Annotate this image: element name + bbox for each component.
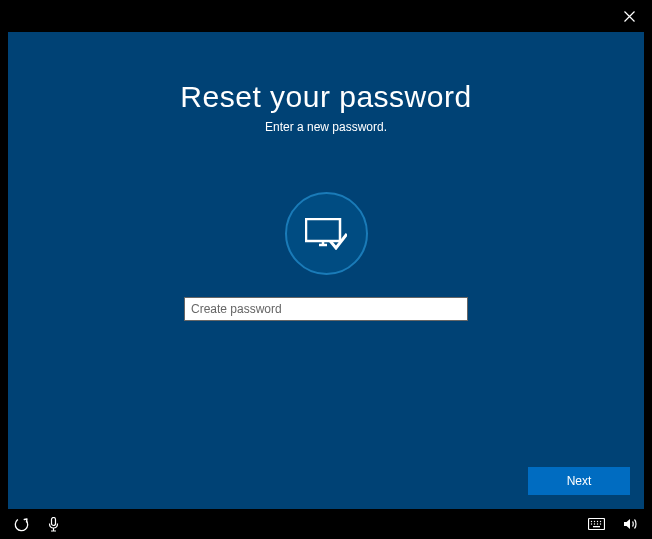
- svg-point-10: [597, 523, 598, 524]
- password-input[interactable]: [184, 297, 468, 321]
- close-icon: [624, 11, 635, 22]
- title-bar: [0, 0, 652, 32]
- page-subtitle: Enter a new password.: [265, 120, 387, 134]
- svg-point-6: [597, 521, 598, 522]
- svg-point-8: [591, 523, 592, 524]
- monitor-check-badge: [285, 192, 368, 275]
- password-field-wrap: [184, 297, 468, 321]
- svg-rect-12: [593, 526, 600, 527]
- svg-rect-2: [52, 517, 56, 525]
- svg-point-7: [600, 521, 601, 522]
- keyboard-icon[interactable]: [588, 518, 605, 530]
- svg-point-5: [594, 521, 595, 522]
- svg-point-4: [591, 521, 592, 522]
- page-title: Reset your password: [180, 80, 471, 114]
- monitor-check-icon: [305, 218, 347, 250]
- svg-point-11: [600, 523, 601, 524]
- taskbar-right: [588, 517, 638, 531]
- microphone-icon[interactable]: [47, 517, 60, 532]
- taskbar-left: [14, 517, 60, 532]
- svg-rect-0: [306, 219, 340, 241]
- next-button[interactable]: Next: [528, 467, 630, 495]
- close-button[interactable]: [607, 0, 652, 32]
- ease-of-access-icon[interactable]: [14, 517, 29, 532]
- volume-icon[interactable]: [623, 517, 638, 531]
- svg-point-9: [594, 523, 595, 524]
- main-content: Reset your password Enter a new password…: [8, 32, 644, 509]
- taskbar: [0, 509, 652, 539]
